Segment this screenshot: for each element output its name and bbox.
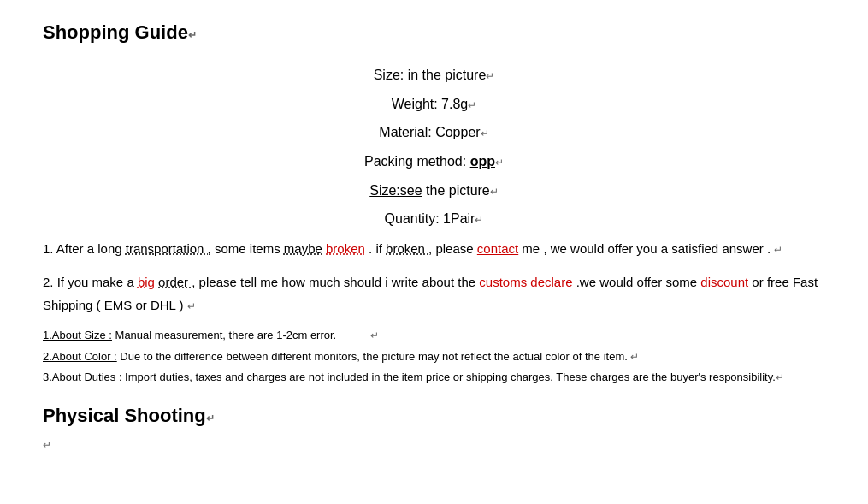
material-line: Material: Copper↵ [43, 122, 825, 144]
paragraph-2: 2. If you make a big order , please tell… [43, 270, 825, 317]
quantity-line: Quantity: 1Pair↵ [43, 208, 825, 230]
paragraph-1: 1. After a long transportation , some it… [43, 237, 825, 260]
note1-label: 1.About Size : [43, 329, 112, 341]
after-heading-newline: ↵ [43, 434, 825, 454]
title-symbol: ↵ [188, 29, 197, 41]
page-container: Shopping Guide↵ Size: in the picture↵ We… [43, 17, 825, 454]
note2-label: 2.About Color : [43, 350, 117, 363]
broken2-text: broken , [386, 241, 432, 256]
weight-line: Weight: 7.8g↵ [43, 93, 825, 116]
maybe-text: maybe [284, 241, 322, 256]
size-see-label: Size:see [369, 183, 422, 198]
note3-label: 3.About Duties : [43, 371, 122, 383]
size-see-line: Size:see the picture↵ [43, 180, 825, 202]
notes-section: 1.About Size : Manual measurement, there… [43, 327, 825, 387]
order-text: order , [158, 275, 195, 289]
discount-text: discount [700, 275, 748, 289]
broken1-text: broken [326, 241, 365, 256]
opp-label: opp [470, 154, 495, 169]
customs-declare-text: customs declare [479, 275, 572, 289]
size-line: Size: in the picture↵ [43, 64, 825, 86]
transportation-text: transportation , [126, 241, 211, 256]
page-title: Shopping Guide↵ [43, 17, 825, 47]
packing-line: Packing method: opp↵ [43, 151, 825, 173]
note-2: 2.About Color : Due to the difference be… [43, 348, 825, 366]
contact-text: contact [477, 241, 518, 256]
note-1: 1.About Size : Manual measurement, there… [43, 327, 825, 345]
physical-shooting-heading: Physical Shooting↵ [43, 400, 825, 430]
note-3: 3.About Duties : Import duties, taxes an… [43, 369, 825, 387]
big-text: big [138, 275, 155, 289]
